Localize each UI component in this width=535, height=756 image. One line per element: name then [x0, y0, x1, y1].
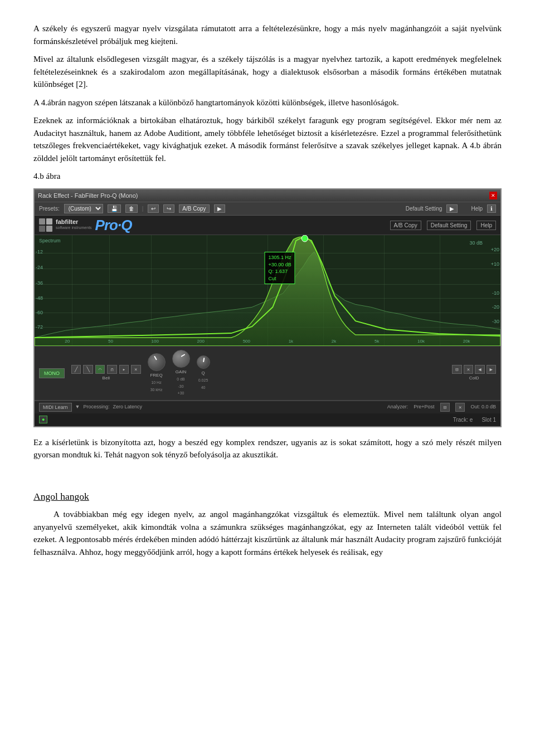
extra-buttons-group: ⊟ ✕ ◀ ▶ ColD: [452, 365, 496, 382]
extra-btn-2[interactable]: ✕: [464, 365, 473, 374]
figure-caption: 4.b ábra: [33, 170, 502, 183]
gain-sub1: -30: [178, 384, 183, 390]
tooltip-type: Cut: [268, 275, 291, 282]
gain-knob[interactable]: [172, 350, 190, 368]
logo-cell-1: [39, 218, 45, 225]
brand-left: fabfilter software instruments Pro·Q: [39, 218, 132, 232]
processing-label: Processing:: [83, 403, 109, 411]
extra-btn-4[interactable]: ▶: [487, 365, 496, 374]
freq-2k: 2k: [332, 338, 336, 345]
toolbar-info-btn[interactable]: ℹ: [487, 204, 496, 213]
prepost-label: Pre+Post: [414, 403, 434, 411]
logo-cell-3: [39, 226, 45, 232]
track-label: Track: e: [453, 416, 473, 424]
q-knob-group: Q 0.025 40: [197, 355, 210, 391]
plugin-toolbar: Presets: (Custom) 💾 🗑 | ↩ ↪ A/B Copy ▶ D…: [35, 202, 500, 216]
toolbar-redo-btn[interactable]: ↪: [163, 204, 174, 213]
presets-label: Presets:: [39, 204, 60, 213]
toolbar-play-btn[interactable]: ▶: [446, 204, 458, 213]
out-label: Out: 0.0 dB: [470, 403, 496, 411]
ab-copy-button[interactable]: A/B Copy: [390, 221, 421, 230]
header-controls: A/B Copy Default Setting Help: [390, 221, 496, 230]
freq-sub1: 10 Hz: [151, 380, 161, 386]
zero-latency-label: Zero Latency: [113, 403, 142, 411]
plugin-brand-header: fabfilter software instruments Pro·Q A/B…: [35, 216, 500, 235]
help-button[interactable]: Help: [476, 221, 496, 230]
section-paragraph: A továbbiakban még egy idegen nyelv, az …: [33, 508, 502, 558]
default-setting-button[interactable]: Default Setting: [427, 221, 471, 230]
toolbar-ab-btn[interactable]: A/B Copy: [179, 204, 209, 213]
cold-label: ColD: [469, 375, 479, 382]
tooltip-q: Q: 1.637: [268, 268, 291, 275]
paragraph-after-1: Ez a kísérletünk is bizonyította azt, ho…: [33, 436, 502, 461]
green-power-btn[interactable]: ●: [39, 416, 47, 423]
proq-logo: Pro·Q: [95, 218, 132, 232]
q-sub2: 40: [201, 385, 206, 391]
bell-label: Bell: [103, 375, 110, 382]
help-label: Help: [471, 204, 483, 213]
eq-display[interactable]: Spectrum -12 -24 -36 -48 -60 -72 30 dB +…: [35, 235, 500, 347]
q-knob[interactable]: [197, 355, 210, 369]
tooltip-freq: 1305.1 Hz: [268, 254, 291, 261]
mono-button[interactable]: MONO: [39, 368, 65, 378]
brand-sub: software instruments: [56, 225, 92, 231]
brand-logo-grid: [39, 218, 52, 232]
q-label: Q: [201, 370, 205, 377]
freq-20: 20: [65, 338, 70, 345]
logo-cell-2: [46, 218, 52, 225]
freq-10k: 10k: [417, 338, 425, 345]
bottom-bar-right: Analyzer: Pre+Post ⊟ ✕ Out: 0.0 dB: [387, 403, 496, 412]
freq-knob-group: FREQ 10 Hz 30 kHz: [148, 353, 166, 393]
filter-type-group: ╱ ╲ ⌒ ∩ ▸ × Bell: [71, 365, 141, 382]
extra-btn-1[interactable]: ⊟: [452, 365, 461, 374]
freq-knob[interactable]: [148, 353, 166, 371]
brand-name: fabfilter: [56, 219, 92, 225]
plugin-close-button[interactable]: ✕: [489, 192, 497, 199]
svg-point-0: [301, 235, 308, 242]
extra-btn-3[interactable]: ◀: [475, 365, 484, 374]
midi-learn-button[interactable]: MIDI Learn: [39, 403, 72, 412]
filter-btn-6[interactable]: ×: [131, 365, 140, 374]
paragraph-2: Mivel az általunk elsődlegesen vizsgált …: [33, 53, 502, 91]
filter-btn-5[interactable]: ▸: [119, 365, 129, 374]
toolbar-undo-btn[interactable]: ↩: [148, 204, 159, 213]
paragraph-3: A 4.ábrán nagyon szépen látszanak a külö…: [33, 96, 502, 109]
analyzer-btn-1[interactable]: ⊟: [440, 403, 450, 412]
freq-1k: 1k: [289, 338, 293, 345]
mono-group: MONO: [39, 368, 65, 378]
freq-500: 500: [243, 338, 250, 345]
toolbar-save-btn[interactable]: 💾: [108, 204, 121, 213]
toolbar-arrow-btn[interactable]: ▶: [214, 204, 225, 213]
gain-sub2: +30: [178, 391, 184, 397]
filter-btn-4[interactable]: ∩: [107, 365, 116, 374]
paragraph-4: Ezeknek az információknak a birtokában e…: [33, 114, 502, 164]
tooltip-gain: +30.00 dB: [268, 261, 291, 269]
slot-label: Slot 1: [481, 416, 496, 424]
filter-btn-2[interactable]: ╲: [83, 365, 93, 374]
freq-100: 100: [152, 338, 159, 345]
plugin-window: Rack Effect - FabFilter Pro-Q (Mono) ✕ P…: [33, 188, 502, 427]
filter-btn-3[interactable]: ⌒: [95, 365, 105, 374]
freq-200: 200: [197, 338, 205, 345]
eq-tooltip: 1305.1 Hz +30.00 dB Q: 1.637 Cut: [264, 252, 295, 284]
analyzer-btn-2[interactable]: ✕: [455, 403, 465, 412]
freq-sub2: 30 kHz: [150, 387, 163, 393]
brand-text: fabfilter software instruments: [56, 219, 92, 231]
plugin-titlebar: Rack Effect - FabFilter Pro-Q (Mono) ✕: [35, 189, 500, 203]
toolbar-sep: |: [142, 204, 144, 213]
freq-label: FREQ: [150, 372, 162, 379]
analyzer-label-bottom: Analyzer:: [387, 403, 408, 411]
preset-select[interactable]: (Custom): [64, 204, 103, 213]
default-setting-label: Default Setting: [406, 204, 442, 213]
filter-btn-1[interactable]: ╱: [71, 365, 81, 374]
section-heading: Angol hangok: [33, 489, 502, 504]
toolbar-delete-btn[interactable]: 🗑: [125, 204, 138, 213]
q-sub1: 0.025: [198, 378, 208, 384]
gain-label: GAIN: [176, 369, 187, 375]
filter-type-row: ╱ ╲ ⌒ ∩ ▸ ×: [71, 365, 141, 374]
knob-row: MONO ╱ ╲ ⌒ ∩ ▸ × Bell FREQ 10 Hz 30 kHz: [35, 347, 500, 401]
midi-arrow: ▼: [75, 403, 80, 411]
plugin-title: Rack Effect - FabFilter Pro-Q (Mono): [38, 191, 138, 201]
freq-20k: 20k: [463, 338, 470, 345]
gain-center: 0 dB: [177, 377, 184, 383]
